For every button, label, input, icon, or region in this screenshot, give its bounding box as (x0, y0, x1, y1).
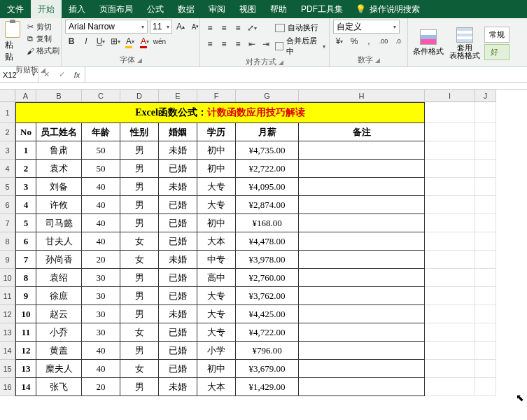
font-color-button[interactable]: A▾ (139, 35, 151, 48)
data-cell[interactable]: 已婚 (159, 160, 197, 178)
data-cell[interactable]: 9 (15, 287, 36, 305)
title-cell[interactable]: Excel函数公式：计数函数应用技巧解读 (15, 102, 425, 123)
data-cell[interactable]: 1 (15, 141, 36, 160)
search-hint[interactable]: 操作说明搜索 (370, 4, 420, 15)
data-cell[interactable]: 张飞 (36, 378, 82, 396)
row-9[interactable]: 9 (0, 251, 15, 269)
data-cell[interactable]: 已婚 (159, 287, 197, 305)
data-cell[interactable]: 男 (120, 287, 159, 305)
row-3[interactable]: 3 (0, 141, 15, 160)
data-cell[interactable]: 2 (15, 160, 36, 178)
data-cell[interactable]: 10 (15, 305, 36, 323)
tab-PDF工具集[interactable]: PDF工具集 (294, 0, 350, 18)
tab-页面布局[interactable]: 页面布局 (92, 0, 140, 18)
cell-empty[interactable] (425, 378, 475, 396)
italic-button[interactable]: I (80, 35, 92, 48)
cell-empty[interactable] (425, 214, 475, 232)
data-cell[interactable]: ¥1,429.00 (236, 378, 299, 396)
data-cell[interactable]: 初中 (197, 214, 236, 232)
data-cell[interactable]: 13 (15, 360, 36, 378)
col-C[interactable]: C (82, 90, 120, 102)
currency-button[interactable]: ¥▾ (333, 35, 346, 48)
data-cell[interactable]: 大专 (197, 196, 236, 214)
data-cell[interactable]: 鲁肃 (36, 141, 82, 160)
cell-empty[interactable] (425, 342, 475, 360)
data-cell[interactable]: 初中 (197, 160, 236, 178)
indent-inc-button[interactable]: ⇥ (260, 38, 272, 50)
header-cell[interactable]: 月薪 (236, 123, 299, 141)
header-cell[interactable]: 性别 (120, 123, 159, 141)
cell-style-good[interactable]: 好 (484, 44, 510, 60)
cell-empty[interactable] (425, 141, 475, 160)
data-cell[interactable]: ¥796.00 (236, 342, 299, 360)
increase-font-button[interactable]: A▴ (174, 20, 187, 33)
orientation-button[interactable]: ⤢▾ (246, 22, 258, 34)
cell-empty[interactable] (425, 305, 475, 323)
row-4[interactable]: 4 (0, 160, 15, 178)
data-cell[interactable]: 50 (82, 141, 120, 160)
formula-input[interactable] (85, 67, 527, 82)
data-cell[interactable]: 3 (15, 178, 36, 196)
cell-empty[interactable] (475, 141, 496, 160)
data-cell[interactable]: 袁术 (36, 160, 82, 178)
border-button[interactable]: ⊞▾ (109, 35, 122, 48)
row-14[interactable]: 14 (0, 342, 15, 360)
align-middle-button[interactable]: ≡ (218, 22, 230, 34)
data-cell[interactable]: 30 (82, 269, 120, 287)
row-15[interactable]: 15 (0, 360, 15, 378)
dialog-launcher-icon[interactable]: ◢ (375, 57, 380, 64)
data-cell[interactable]: 袁绍 (36, 269, 82, 287)
cell-empty[interactable] (475, 214, 496, 232)
tab-数据[interactable]: 数据 (171, 0, 202, 18)
col-I[interactable]: I (425, 90, 475, 102)
bold-button[interactable]: B (65, 35, 78, 48)
data-cell[interactable]: 6 (15, 232, 36, 251)
data-cell[interactable]: 司马懿 (36, 214, 82, 232)
data-cell[interactable] (299, 305, 425, 323)
grid[interactable]: Excel函数公式：计数函数应用技巧解读No员工姓名年龄性别婚姻学历月薪备注1鲁… (15, 102, 496, 396)
cell-empty[interactable] (475, 123, 496, 141)
data-cell[interactable]: 12 (15, 342, 36, 360)
data-cell[interactable]: 许攸 (36, 196, 82, 214)
row-8[interactable]: 8 (0, 232, 15, 251)
inc-decimal-button[interactable]: .00 (377, 35, 390, 48)
header-cell[interactable]: 员工姓名 (36, 123, 82, 141)
tab-插入[interactable]: 插入 (62, 0, 92, 18)
name-box[interactable]: X12▾ (0, 67, 38, 82)
cancel-button[interactable]: ✕ (38, 70, 54, 79)
data-cell[interactable]: 未婚 (159, 378, 197, 396)
font-size-select[interactable]: 11▾ (150, 20, 172, 34)
cut-button[interactable]: ✂剪切 (24, 21, 61, 33)
cell-empty[interactable] (475, 305, 496, 323)
comma-button[interactable]: , (363, 35, 375, 48)
row-1[interactable]: 1 (0, 102, 15, 123)
data-cell[interactable]: 女 (120, 232, 159, 251)
cell-empty[interactable] (475, 196, 496, 214)
select-all-button[interactable] (0, 90, 15, 102)
data-cell[interactable] (299, 178, 425, 196)
data-cell[interactable]: ¥4,425.00 (236, 305, 299, 323)
data-cell[interactable]: 未婚 (159, 178, 197, 196)
dialog-launcher-icon[interactable]: ◢ (137, 57, 142, 64)
cell-empty[interactable] (425, 196, 475, 214)
data-cell[interactable] (299, 232, 425, 251)
data-cell[interactable]: 女 (120, 360, 159, 378)
data-cell[interactable]: 大专 (197, 323, 236, 342)
tab-公式[interactable]: 公式 (140, 0, 171, 18)
paste-button[interactable]: 粘贴 (3, 20, 22, 64)
data-cell[interactable]: 刘备 (36, 178, 82, 196)
data-cell[interactable]: ¥3,679.00 (236, 360, 299, 378)
data-cell[interactable]: ¥2,760.00 (236, 269, 299, 287)
cell-empty[interactable] (475, 269, 496, 287)
data-cell[interactable]: ¥4,095.00 (236, 178, 299, 196)
data-cell[interactable]: 已婚 (159, 269, 197, 287)
data-cell[interactable]: 20 (82, 378, 120, 396)
tab-审阅[interactable]: 审阅 (202, 0, 232, 18)
data-cell[interactable]: 男 (120, 141, 159, 160)
data-cell[interactable]: 5 (15, 214, 36, 232)
copy-button[interactable]: ⧉复制 (24, 33, 61, 45)
data-cell[interactable] (299, 141, 425, 160)
data-cell[interactable]: 高中 (197, 269, 236, 287)
data-cell[interactable] (299, 160, 425, 178)
data-cell[interactable]: ¥2,722.00 (236, 160, 299, 178)
